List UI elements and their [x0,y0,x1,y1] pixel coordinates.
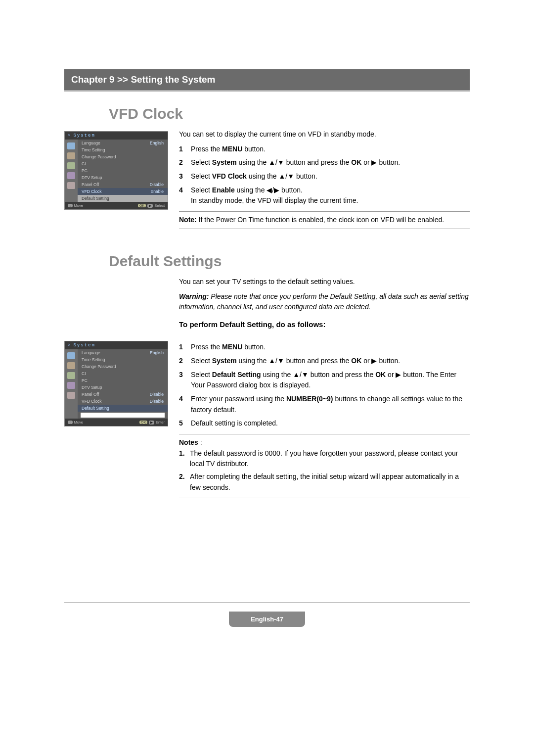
osd-item-label: Default Setting [82,406,109,411]
step-text: Select Enable using the ◀/▶ button.In st… [191,185,470,206]
osd-category-icon [67,352,75,359]
osd-item-label: CI [82,161,86,166]
osd-item-label: DTV Setup [82,175,102,180]
defaults-steps: 1Press the MENU button. 2Select System u… [179,342,470,429]
osd-title: System [73,343,95,348]
osd-item-label: VFD Clock [82,399,102,404]
step-text: Select System using the ▲/▼ button and p… [191,356,470,367]
chapter-bar: Chapter 9 >> Setting the System [64,69,470,92]
step-text: Select Default Setting using the ▲/▼ but… [191,370,470,391]
osd-item-label: Panel Off [82,392,99,397]
note-text: After completing the default setting, th… [190,472,470,493]
step-text: Select VFD Clock using the ▲/▼ button. [191,171,470,182]
play-pill: ▶ [149,421,154,425]
osd-item-label: PC [82,168,88,173]
note-text: The default password is 0000. If you hav… [190,448,470,470]
osd-item-value: Enable [151,189,164,194]
osd-item-label: Language [82,350,100,355]
osd-menu-vfd: >System LanguageEnglish Time Setting Cha… [64,131,168,210]
footer-select-label: Select [154,203,165,208]
osd-category-icon [67,372,75,379]
osd-category-icon [67,182,75,189]
step-text: Press the MENU button. [191,342,470,353]
osd-item-label: Panel Off [82,182,99,187]
osd-item-value: Disable [150,182,164,187]
osd-item-label: PC [82,378,88,383]
osd-item-label: VFD Clock [82,189,102,194]
osd-item-value: English [150,350,164,355]
osd-category-icon [67,152,75,159]
osd-password-input [81,413,165,418]
osd-item-value: Disable [150,399,164,404]
step-text: Enter your password using the NUMBER(0~9… [191,394,470,415]
osd-category-icon [67,172,75,179]
defaults-notes: Notes : 1.The default password is 0000. … [179,434,470,498]
step-text: Press the MENU button. [191,144,470,155]
osd-category-icon [67,392,75,399]
defaults-subhead: To perform Default Setting, do as follow… [179,319,470,330]
osd-item-label: Change Password [82,364,116,369]
osd-item-label: DTV Setup [82,385,102,390]
vfd-steps: 1Press the MENU button. 2Select System u… [179,144,470,206]
vfd-intro: You can set to display the current time … [179,129,470,140]
osd-item-label: Time Setting [82,357,105,362]
osd-category-icon [67,362,75,369]
vfd-note: Note: If the Power On Time function is e… [179,211,470,229]
nav-icon: ↕ [68,421,73,424]
osd-category-icon [67,382,75,389]
osd-item-label: Language [82,141,100,145]
ok-pill: OK [138,204,146,207]
osd-menu-defaults: >System LanguageEnglish Time Setting Cha… [64,341,168,426]
nav-icon: ↕ [68,204,73,207]
page-number: English-47 [229,612,305,627]
osd-item-label: Default Setting [82,196,109,201]
footer-move-label: Move [74,420,83,425]
defaults-warning: Warning: Please note that once you perfo… [179,291,470,313]
step-text: Default setting is completed. [191,418,470,429]
defaults-intro: You can set your TV settings to the defa… [179,277,470,287]
osd-item-label: CI [82,371,86,376]
osd-item-value: English [150,141,164,145]
notes-label: Notes [179,438,198,446]
section-title-vfd: VFD Clock [109,105,470,122]
osd-category-icon [67,142,75,149]
section-title-defaults: Default Settings [109,253,470,270]
osd-category-icon [67,162,75,169]
step-text: Select System using the ▲/▼ button and p… [191,157,470,168]
osd-item-label: Change Password [82,154,116,159]
osd-title: System [73,133,95,138]
play-pill: ▶ [147,204,153,208]
osd-item-label: Time Setting [82,147,105,152]
footer-move-label: Move [74,203,83,208]
osd-item-value: Disable [150,392,164,397]
footer-enter-label: Enter [156,420,165,425]
ok-pill: OK [139,421,147,424]
